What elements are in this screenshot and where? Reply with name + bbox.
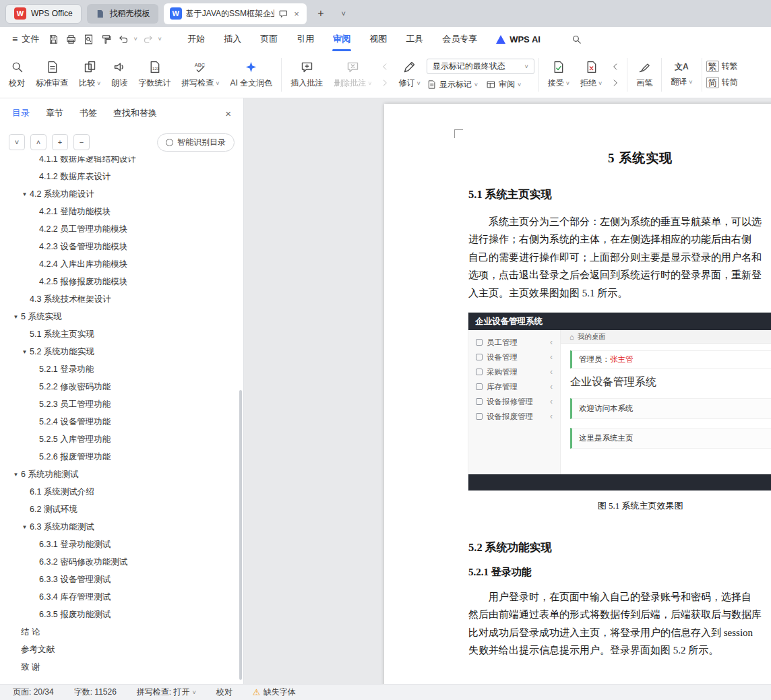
toc-item[interactable]: 4.1.2 数据库表设计 <box>0 168 243 185</box>
toc-item[interactable]: 4.2.3 设备管理功能模块 <box>0 238 243 255</box>
document-page[interactable]: 5 系统实现 5.1 系统主页实现 系统主页分为三个部分：左侧为系统的垂直导航菜… <box>384 104 771 684</box>
toc-item[interactable]: 结 论 <box>0 623 243 641</box>
toc-item[interactable]: 6.3.2 密码修改功能测试 <box>0 553 243 571</box>
tab-contents[interactable]: 目录 <box>12 107 30 119</box>
toc-expand-icon[interactable]: ▼ <box>20 524 30 530</box>
tab-bookmarks[interactable]: 书签 <box>80 107 97 119</box>
menu-tab-review[interactable]: 审阅 <box>323 27 360 51</box>
next-comment-icon[interactable] <box>380 78 390 88</box>
toc-item[interactable]: 6.3.1 登录功能测试 <box>0 536 243 553</box>
toc-item[interactable]: 6.3.5 报废功能测试 <box>0 606 243 623</box>
toc-item[interactable]: 5.2.6 报废管理功能 <box>0 448 243 466</box>
to-traditional-button[interactable]: 繁转繁 <box>706 61 738 72</box>
word-count-indicator[interactable]: 字数: 11526 <box>74 687 117 698</box>
toc-item[interactable]: 4.2.2 员工管理功能模块 <box>0 220 243 238</box>
undo-button[interactable] <box>115 30 132 48</box>
reject-button[interactable]: 拒绝˅ <box>576 54 607 96</box>
toc-scroll-area[interactable]: 4.1.1 数据库逻辑结构设计 4.1.2 数据库表设计 ▼ 4.2 系统功能设… <box>0 156 243 684</box>
proofread-button[interactable]: 校对 <box>4 54 30 96</box>
collapse-all-button[interactable]: ˅ <box>9 134 25 150</box>
previous-revision-icon[interactable] <box>611 62 620 71</box>
sidebar-scrollbar[interactable] <box>239 390 242 680</box>
print-preview-button[interactable] <box>80 30 97 48</box>
review-pane-button[interactable]: 审阅˅ <box>486 79 521 90</box>
toc-item[interactable]: 5.1 系统主页实现 <box>0 325 243 343</box>
proofread-status[interactable]: 校对 <box>216 687 233 698</box>
new-tab-button[interactable]: + <box>312 5 330 22</box>
ink-pen-button[interactable]: 画笔 <box>631 54 657 96</box>
redo-caret-icon[interactable]: ˅ <box>156 36 163 42</box>
to-simplified-button[interactable]: 简转简 <box>706 77 738 88</box>
spell-check-status[interactable]: 拼写检查: 打开 ˅ <box>137 687 196 698</box>
close-tab-icon[interactable]: × <box>292 9 301 19</box>
missing-font-warning[interactable]: ⚠ 缺失字体 <box>253 687 296 698</box>
close-sidebar-icon[interactable]: × <box>225 108 231 119</box>
toc-item[interactable]: 5.2.5 入库管理功能 <box>0 431 243 448</box>
standard-review-button[interactable]: 标准审查 <box>31 54 73 96</box>
translate-button[interactable]: 文A翻译˅ <box>666 54 697 96</box>
page-indicator[interactable]: 页面: 20/34 <box>13 687 54 698</box>
toc-item[interactable]: 5.2.2 修改密码功能 <box>0 378 243 395</box>
embedded-figure[interactable]: 企业设备管理系统 员工管理 ‹ <box>468 313 771 490</box>
read-aloud-button[interactable]: 朗读 <box>106 54 132 96</box>
toc-item[interactable]: ▼ 5.2 系统功能实现 <box>0 343 243 360</box>
toc-expand-icon[interactable]: ▼ <box>20 191 30 197</box>
search-button[interactable] <box>567 30 586 49</box>
document-canvas[interactable]: 5 系统实现 5.1 系统主页实现 系统主页分为三个部分：左侧为系统的垂直导航菜… <box>244 98 771 684</box>
undo-caret-icon[interactable]: ˅ <box>132 36 139 42</box>
previous-comment-icon[interactable] <box>380 62 390 71</box>
toc-item[interactable]: 4.3 系统技术框架设计 <box>0 290 243 308</box>
toc-item[interactable]: ▼ 5 系统实现 <box>0 308 243 325</box>
word-count-button[interactable]: 字数统计 <box>133 54 175 96</box>
toc-item[interactable]: 4.2.1 登陆功能模块 <box>0 203 243 220</box>
tab-chapters[interactable]: 章节 <box>46 107 63 119</box>
redo-button[interactable] <box>139 30 156 48</box>
toc-item[interactable]: 4.2.5 报修报废功能模块 <box>0 273 243 290</box>
toc-expand-icon[interactable]: ▼ <box>11 314 21 320</box>
toc-item[interactable]: 致 谢 <box>0 658 243 676</box>
toc-item[interactable]: 参考文献 <box>0 641 243 658</box>
template-tab[interactable]: 找稻壳模板 <box>87 4 158 24</box>
delete-comment-button[interactable]: 删除批注˅ <box>329 54 376 96</box>
accept-button[interactable]: 接受˅ <box>543 54 574 96</box>
comment-bubble-icon[interactable] <box>278 9 288 19</box>
track-changes-button[interactable]: 修订˅ <box>394 54 425 96</box>
menu-tab-page[interactable]: 页面 <box>251 27 287 51</box>
menu-tab-start[interactable]: 开始 <box>178 27 214 51</box>
zoom-out-button[interactable]: − <box>73 134 90 150</box>
spell-check-button[interactable]: 拼写检查˅ <box>177 54 224 96</box>
toc-expand-icon[interactable]: ▼ <box>20 349 30 355</box>
toc-expand-icon[interactable]: ▼ <box>11 472 21 478</box>
tab-list-caret-icon[interactable]: ˅ <box>335 5 352 22</box>
wps-home-tab[interactable]: W WPS Office <box>5 4 82 24</box>
compare-button[interactable]: 比较˅ <box>74 54 105 96</box>
toc-item[interactable]: 5.2.4 设备管理功能 <box>0 413 243 431</box>
document-tab[interactable]: W 基于JAVA的SSM框架企业设 × <box>164 3 307 24</box>
insert-comment-button[interactable]: 插入批注 <box>286 54 328 96</box>
toc-item[interactable]: ▼ 4.2 系统功能设计 <box>0 185 243 203</box>
toc-item[interactable]: ▼ 6 系统功能测试 <box>0 466 243 483</box>
show-markup-button[interactable]: 显示标记˅ <box>427 79 478 90</box>
toc-item[interactable]: 4.2.4 入库出库功能模块 <box>0 255 243 273</box>
menu-tab-insert[interactable]: 插入 <box>214 27 251 51</box>
toc-item[interactable]: 6.2 测试环境 <box>0 501 243 518</box>
menu-tab-reference[interactable]: 引用 <box>287 27 323 51</box>
markup-state-dropdown[interactable]: 显示标记的最终状态 ˅ <box>427 59 534 74</box>
next-revision-icon[interactable] <box>611 78 620 88</box>
file-menu-button[interactable]: ≡ 文件 <box>7 30 44 49</box>
expand-all-button[interactable]: ˄ <box>30 134 47 150</box>
toc-item[interactable]: 5.2.3 员工管理功能 <box>0 395 243 413</box>
menu-tab-membership[interactable]: 会员专享 <box>433 27 487 51</box>
toc-item[interactable]: 6.3.4 库存管理测试 <box>0 588 243 606</box>
tab-find-replace[interactable]: 查找和替换 <box>113 107 157 119</box>
toc-item[interactable]: ▼ 6.3 系统功能测试 <box>0 518 243 536</box>
print-button[interactable] <box>62 30 80 48</box>
menu-tab-view[interactable]: 视图 <box>360 27 396 51</box>
save-button[interactable] <box>44 30 62 48</box>
toc-item[interactable]: 6.3.3 设备管理测试 <box>0 571 243 588</box>
wps-ai-button[interactable]: WPS AI <box>487 27 550 51</box>
ai-polish-button[interactable]: AI 全文润色 <box>226 54 278 96</box>
zoom-in-button[interactable]: + <box>52 134 68 150</box>
toc-item[interactable]: 5.2.1 登录功能 <box>0 360 243 378</box>
menu-tab-tools[interactable]: 工具 <box>396 27 433 51</box>
